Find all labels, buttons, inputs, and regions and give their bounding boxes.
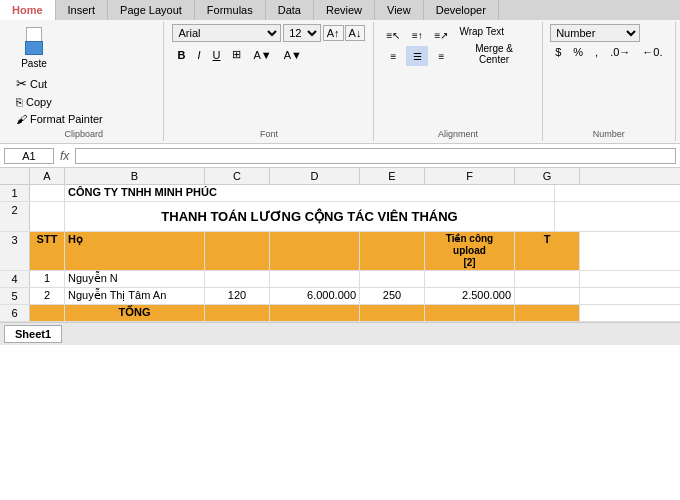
cell-g3[interactable]: T [515,232,580,270]
tab-data[interactable]: Data [266,0,314,20]
align-center-button[interactable]: ☰ [406,46,428,66]
cell-f3[interactable]: Tiền côngupload[2] [425,232,515,270]
cell-a3[interactable]: STT [30,232,65,270]
merge-center-label: Merge & Center [459,43,528,65]
ribbon-tabs: Home Insert Page Layout Formulas Data Re… [0,0,680,20]
cell-b6[interactable]: TỔNG [65,305,205,321]
cell-d3[interactable] [270,232,360,270]
data-row-1: 4 1 Nguyễn N [0,271,680,288]
grow-font-button[interactable]: A↑ [323,25,344,41]
number-group-label: Number [593,129,625,139]
cell-a2[interactable] [30,202,65,231]
align-top-right-button[interactable]: ≡↗ [430,25,452,45]
copy-button[interactable]: ⎘ Copy [12,94,107,110]
row-3-num: 3 [0,232,30,270]
align-right-button[interactable]: ≡ [430,46,452,66]
font-name-select[interactable]: Arial [172,24,281,42]
cell-b1[interactable]: CÔNG TY TNHH MINH PHÚC [65,185,555,201]
cell-b4[interactable]: Nguyễn N [65,271,205,287]
col-header-a[interactable]: A [30,168,65,184]
cell-b2[interactable]: THANH TOÁN LƯƠNG CỘNG TÁC VIÊN THÁNG [65,202,555,231]
cell-b5[interactable]: Nguyễn Thị Tâm An [65,288,205,304]
underline-button[interactable]: U [207,47,225,63]
comma-button[interactable]: , [590,44,603,60]
cell-e4[interactable] [360,271,425,287]
company-row: 1 CÔNG TY TNHH MINH PHÚC [0,185,680,202]
alignment-group: ≡↖ ≡↑ ≡↗ ≡ ☰ ≡ Wrap Text [374,22,542,141]
clipboard-title: Clipboard [64,129,103,139]
row-1-num: 1 [0,185,30,201]
cell-c6[interactable] [205,305,270,321]
col-header-e[interactable]: E [360,168,425,184]
row-num-header [0,168,30,184]
dollar-button[interactable]: $ [550,44,566,60]
number-group: Number $ % , .0→ ←0. Number [543,22,676,141]
tab-insert[interactable]: Insert [56,0,109,20]
percent-button[interactable]: % [568,44,588,60]
align-top-left-button[interactable]: ≡↖ [382,25,404,45]
font-title: Font [260,129,278,139]
cell-c4[interactable] [205,271,270,287]
tab-review[interactable]: Review [314,0,375,20]
cell-e6[interactable] [360,305,425,321]
formula-input[interactable] [75,148,676,164]
decrease-decimal-button[interactable]: ←0. [637,44,667,60]
bold-button[interactable]: B [172,47,190,63]
cell-g4[interactable] [515,271,580,287]
cell-f4[interactable] [425,271,515,287]
wrap-text-button[interactable]: Wrap Text [454,24,533,39]
cell-a5[interactable]: 2 [30,288,65,304]
cell-f6[interactable] [425,305,515,321]
number-format-select[interactable]: Number [550,24,640,42]
col-header-b[interactable]: B [65,168,205,184]
format-painter-button[interactable]: 🖌 Format Painter [12,111,107,127]
tab-developer[interactable]: Developer [424,0,499,20]
fx-icon: fx [54,149,75,163]
font-color-button[interactable]: A▼ [279,47,307,63]
cell-d6[interactable] [270,305,360,321]
cut-label: Cut [30,78,47,90]
row-5-num: 5 [0,288,30,304]
tab-view[interactable]: View [375,0,424,20]
cell-a4[interactable]: 1 [30,271,65,287]
tab-formulas[interactable]: Formulas [195,0,266,20]
cell-g5[interactable] [515,288,580,304]
col-header-d[interactable]: D [270,168,360,184]
cell-b3[interactable]: Họ [65,232,205,270]
align-top-center-button[interactable]: ≡↑ [406,25,428,45]
clipboard-items: ✂ Cut ⎘ Copy 🖌 Format Painter [12,74,107,127]
row-2-num: 2 [0,202,30,231]
cell-a6[interactable] [30,305,65,321]
alignment-group-label: Alignment [438,129,478,139]
clipboard-group: Paste ✂ Cut ⎘ Copy 🖌 Format Painter [4,22,164,141]
cell-d5[interactable]: 6.000.000 [270,288,360,304]
border-button[interactable]: ⊞ [227,46,246,63]
col-header-f[interactable]: F [425,168,515,184]
cell-reference-input[interactable] [4,148,54,164]
cell-c3[interactable] [205,232,270,270]
cell-g6[interactable] [515,305,580,321]
row-4-num: 4 [0,271,30,287]
row-6-num: 6 [0,305,30,321]
font-size-select[interactable]: 12 [283,24,321,42]
cell-e5[interactable]: 250 [360,288,425,304]
align-left-button[interactable]: ≡ [382,46,404,66]
italic-button[interactable]: I [192,47,205,63]
cut-button[interactable]: ✂ Cut [12,74,107,93]
cell-f5[interactable]: 2.500.000 [425,288,515,304]
tab-home[interactable]: Home [0,0,56,20]
cell-c5[interactable]: 120 [205,288,270,304]
cell-a1[interactable] [30,185,65,201]
tab-page-layout[interactable]: Page Layout [108,0,195,20]
sheet-tab-1[interactable]: Sheet1 [4,325,62,343]
increase-decimal-button[interactable]: .0→ [605,44,635,60]
font-group: Arial 12 A↑ A↓ B I U ⊞ A▼ A▼ [164,22,374,141]
merge-center-button[interactable]: Merge & Center [454,41,533,67]
col-header-g[interactable]: G [515,168,580,184]
cell-e3[interactable] [360,232,425,270]
paste-button[interactable]: Paste [12,24,56,72]
shrink-font-button[interactable]: A↓ [345,25,366,41]
cell-d4[interactable] [270,271,360,287]
fill-color-button[interactable]: A▼ [248,47,276,63]
col-header-c[interactable]: C [205,168,270,184]
